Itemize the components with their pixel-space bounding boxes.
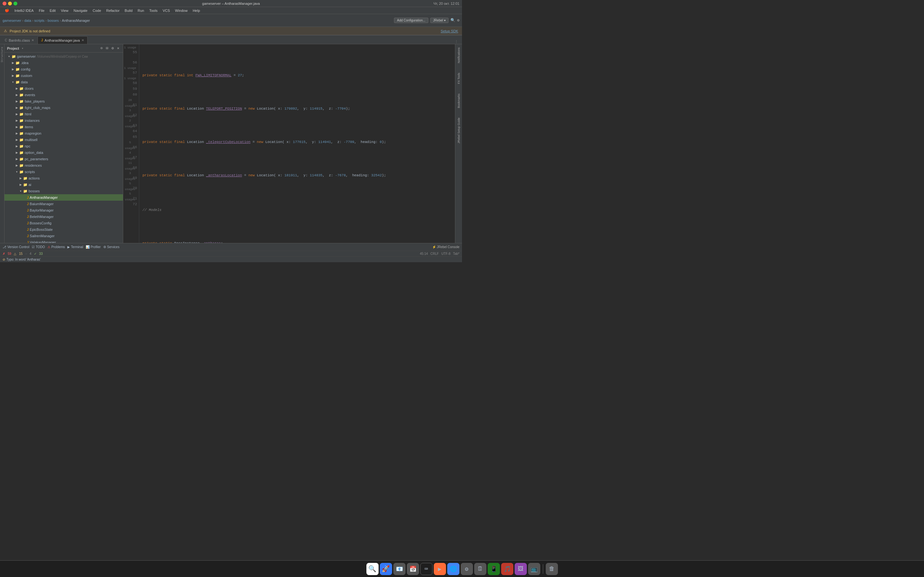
bottom-tab-services[interactable]: ⚙ Services — [103, 245, 120, 249]
menu-view[interactable]: View — [59, 8, 71, 13]
menu-apple[interactable]: 🍎 — [3, 8, 11, 13]
traffic-lights[interactable] — [3, 2, 17, 5]
tree-item-instances[interactable]: ▶ 📁 instances — [5, 117, 123, 124]
jrebel-button[interactable]: JRebel ▾ — [430, 18, 449, 23]
menu-window[interactable]: Window — [173, 8, 190, 13]
menu-code[interactable]: Code — [90, 8, 103, 13]
notifications-tab[interactable]: Notifications — [457, 47, 461, 64]
add-configuration-button[interactable]: Add Configuration... — [394, 18, 428, 23]
status-encoding[interactable]: UTF-8 — [441, 252, 451, 255]
sidebar-icon-locate[interactable]: ⊙ — [99, 45, 103, 51]
tree-item-idea[interactable]: ▶ 📁 .idea — [5, 60, 123, 66]
typo-message: Typo: In word 'Antharas' — [6, 258, 41, 261]
tree-item-npc[interactable]: ▶ 📁 npc — [5, 143, 123, 149]
tree-item-option-data[interactable]: ▶ 📁 option_data — [5, 149, 123, 156]
tree-item-antharas[interactable]: J AntharasManager — [5, 194, 123, 201]
tree-item-events[interactable]: ▶ 📁 events — [5, 92, 123, 98]
status-linesep[interactable]: CRLF — [431, 252, 439, 255]
tree-item-config[interactable]: ▶ 📁 config — [5, 66, 123, 73]
status-position[interactable]: 45:14 — [420, 252, 428, 255]
bottom-tab-profiler[interactable]: 📊 Profiler — [86, 245, 101, 249]
tree-item-baylor[interactable]: J BaylorManager — [5, 207, 123, 213]
arrow-scripts: ▾ — [15, 170, 19, 173]
menu-intellij[interactable]: IntelliJ IDEA — [12, 8, 36, 13]
breadcrumb-data[interactable]: data — [24, 19, 31, 23]
menu-navigate[interactable]: Navigate — [71, 8, 89, 13]
tab-settings-icon[interactable]: ⋮ — [455, 40, 458, 44]
tree-item-beleth[interactable]: J BelethManager — [5, 213, 123, 220]
tree-item-actions[interactable]: ▶ 📁 actions — [5, 175, 123, 181]
tree-item-fight-club[interactable]: ▶ 📁 fight_club_maps — [5, 105, 123, 111]
tree-item-pc-parameters[interactable]: ▶ 📁 pc_parameters — [5, 156, 123, 162]
tree-item-data[interactable]: ▾ 📁 data — [5, 79, 123, 85]
tree-item-baium[interactable]: J BaiumManager — [5, 201, 123, 207]
jrebel-setup-tab[interactable]: JRebel Setup Guide — [457, 117, 461, 144]
line-number-usage-67: 4 usages — [123, 150, 137, 155]
sidebar-icon-settings[interactable]: ⚙ — [111, 45, 115, 51]
menu-file[interactable]: File — [37, 8, 47, 13]
settings-icon[interactable]: ⚙ — [457, 18, 459, 23]
datetime: Чт, 20 окт. 12:01 — [433, 2, 459, 5]
bottom-tab-todo[interactable]: ☑ TODO — [32, 245, 45, 249]
tree-item-items[interactable]: ▶ 📁 items — [5, 124, 123, 130]
tree-item-custom[interactable]: ▶ 📁 custom — [5, 73, 123, 79]
tree-item-residences[interactable]: ▶ 📁 residences — [5, 162, 123, 169]
tree-item-fake-players[interactable]: ▶ 📁 fake_players — [5, 98, 123, 105]
tab-baninfo-close[interactable]: ✕ — [31, 39, 34, 42]
tree-item-ai[interactable]: ▶ 📁 ai — [5, 181, 123, 188]
tree-label-bossesconfig: BossesConfig — [30, 221, 52, 225]
jrebel-console-status[interactable]: ⚡ JRebel Console — [432, 245, 459, 249]
java-file-icon-baylor: J — [27, 209, 29, 212]
arrow-ai: ▶ — [19, 183, 23, 186]
tree-item-multisell[interactable]: ▶ 📁 multisell — [5, 137, 123, 143]
tree-item-valakas[interactable]: J ValakasManager — [5, 239, 123, 243]
code-content[interactable]: private static final int FWA_LIMITOFNORM… — [139, 44, 457, 243]
menu-help[interactable]: Help — [191, 8, 202, 13]
tree-item-mapregion[interactable]: ▶ 📁 mapregion — [5, 130, 123, 137]
search-icon[interactable]: 🔍 — [451, 18, 455, 23]
tree-item-doors[interactable]: ▶ 📁 doors — [5, 85, 123, 92]
folder-icon-items: 📁 — [19, 125, 24, 129]
tree-item-sailren[interactable]: J SailrenManager — [5, 233, 123, 239]
arrow-data: ▾ — [11, 81, 15, 84]
line-number-60: 60 — [123, 92, 137, 97]
tree-item-gameserver[interactable]: ▾ 📁 gameserver /Volumes/WinInstall/Серве… — [5, 53, 123, 60]
sidebar-dropdown[interactable]: ▾ — [21, 47, 23, 50]
tree-item-bosses[interactable]: ▾ 📁 bosses — [5, 188, 123, 194]
code-area[interactable]: 1 usage 55 56 1 usage 57 1 usage 58 59 6… — [123, 44, 462, 243]
bookmarks-tab[interactable]: Bookmarks — [457, 93, 461, 109]
bottom-tab-terminal[interactable]: ▶ Terminal — [67, 245, 83, 249]
breadcrumb-sep1: › — [22, 19, 23, 23]
sidebar-icon-close[interactable]: ✕ — [116, 45, 120, 51]
setup-sdk-button[interactable]: Setup SDK — [441, 29, 458, 33]
maximize-button[interactable] — [13, 2, 17, 5]
bottom-tab-problems[interactable]: ⚠ Problems — [47, 245, 65, 249]
tree-label-items: items — [25, 125, 33, 129]
menu-tools[interactable]: Tools — [147, 8, 160, 13]
tab-baninfo[interactable]: C BanInfo.class ✕ — [1, 36, 37, 44]
tree-item-scripts[interactable]: ▾ 📁 scripts — [5, 169, 123, 175]
bottom-tab-vc[interactable]: ⎇ Version Control — [3, 245, 29, 249]
tab-antharas-close[interactable]: ✕ — [81, 39, 84, 42]
status-indent[interactable]: Tab* — [453, 252, 459, 255]
menu-refactor[interactable]: Refactor — [104, 8, 122, 13]
tree-item-bossesconfig[interactable]: J BossesConfig — [5, 220, 123, 226]
sidebar-icon-collapse[interactable]: ⊟ — [105, 45, 109, 51]
close-button[interactable] — [3, 2, 6, 5]
side-tab-structure[interactable]: Structure — [0, 45, 4, 64]
menu-vcs[interactable]: VCS — [160, 8, 172, 13]
menu-edit[interactable]: Edit — [47, 8, 58, 13]
code-editor[interactable]: 1 usage 55 56 1 usage 57 1 usage 58 59 6… — [123, 44, 462, 243]
fx-tools-tab[interactable]: FX Tools — [457, 72, 461, 85]
breadcrumb-scripts[interactable]: scripts — [34, 19, 45, 23]
tree-item-epicbossstate[interactable]: J EpicBossState — [5, 226, 123, 233]
minimize-button[interactable] — [8, 2, 12, 5]
breadcrumb-gameserver[interactable]: gameserver — [3, 19, 21, 23]
tree-item-html[interactable]: ▶ 📁 html — [5, 111, 123, 117]
breadcrumb-bosses[interactable]: bosses — [47, 19, 59, 23]
tab-antharas[interactable]: J AntharasManager.java ✕ — [37, 36, 87, 44]
menu-run[interactable]: Run — [136, 8, 146, 13]
line-number-58: 58 — [123, 80, 137, 86]
breadcrumb-file[interactable]: AntharasManager — [62, 19, 90, 23]
menu-build[interactable]: Build — [123, 8, 135, 13]
